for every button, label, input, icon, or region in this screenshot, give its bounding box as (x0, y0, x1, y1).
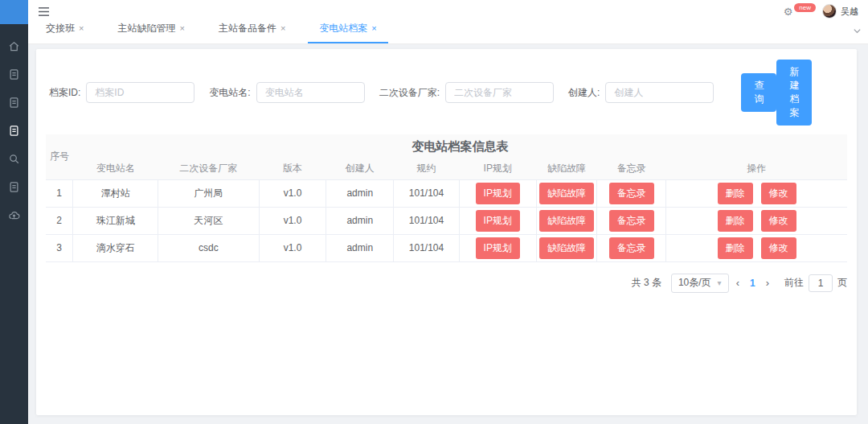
vendor-label: 二次设备厂家: (379, 86, 440, 100)
close-icon[interactable]: × (371, 23, 376, 33)
memo-button[interactable]: 备忘录 (609, 237, 654, 259)
hamburger-menu-icon[interactable] (38, 6, 50, 17)
memo-button-cell: 备忘录 (597, 234, 666, 261)
tab-3[interactable]: 变电站档案× (308, 22, 387, 43)
document-icon (8, 68, 20, 84)
new-badge[interactable]: new (794, 3, 816, 12)
archive-id-input[interactable] (86, 82, 194, 103)
goto-prefix: 前往 (784, 276, 804, 290)
column-header-actions: 操作 (666, 158, 847, 179)
station-name-input[interactable] (256, 82, 365, 103)
document-icon (8, 97, 20, 112)
app-logo (0, 0, 28, 24)
table-title: 变电站档案信息表 (411, 139, 508, 153)
chevron-down-icon: ▾ (718, 278, 722, 287)
sidebar (0, 0, 28, 424)
page-size-select[interactable]: 10条/页 ▾ (671, 274, 729, 293)
pagination: 共 3 条 10条/页 ▾ ‹ 1 › 前往 页 (46, 274, 847, 293)
delete-button[interactable]: 删除 (718, 237, 753, 259)
close-icon[interactable]: × (179, 23, 184, 33)
ip-plan-button[interactable]: IP规划 (476, 183, 520, 204)
sidebar-item-6[interactable] (0, 203, 28, 231)
content-area: 档案ID: 变电站名: 二次设备厂家: 创建人: (28, 44, 868, 423)
filter-field-archive-id: 档案ID: (49, 82, 194, 103)
create-archive-button[interactable]: 新建档案 (776, 60, 812, 126)
protocol-cell: 101/104 (394, 207, 460, 234)
filter-field-station-name: 变电站名: (209, 82, 364, 103)
topbar-user-area: ⚙ new 吴越 (784, 4, 858, 19)
seq-cell: 3 (46, 234, 73, 261)
sidebar-item-5[interactable] (0, 175, 28, 203)
sidebar-item-1[interactable] (0, 62, 28, 90)
ip-plan-button[interactable]: IP规划 (476, 237, 520, 259)
column-header-protocol: 规约 (394, 158, 460, 179)
station-name-label: 变电站名: (209, 86, 250, 100)
sidebar-item-4[interactable] (0, 146, 28, 175)
protocol-cell: 101/104 (394, 234, 460, 261)
app-window: ⚙ new 吴越 交接班×主站缺陷管理×主站备品备件×变电站档案× 档案ID: (0, 0, 868, 424)
delete-button[interactable]: 删除 (718, 210, 753, 232)
filter-bar: 档案ID: 变电站名: 二次设备厂家: 创建人: (46, 49, 847, 134)
vendor-cell: 广州局 (158, 179, 260, 207)
seq-cell: 2 (46, 207, 73, 234)
avatar[interactable] (822, 4, 837, 19)
next-page-button[interactable]: › (759, 277, 776, 289)
document-icon (8, 181, 20, 196)
edit-button[interactable]: 修改 (761, 210, 796, 232)
creator-cell: admin (326, 234, 394, 261)
table-row: 1潭村站广州局v1.0admin101/104IP规划缺陷故障备忘录删除修改 (46, 179, 847, 207)
tab-label: 交接班 (46, 23, 75, 34)
table-row: 2珠江新城天河区v1.0admin101/104IP规划缺陷故障备忘录删除修改 (46, 207, 847, 234)
column-header-ip-plan: IP规划 (459, 158, 536, 179)
ip-plan-button[interactable]: IP规划 (476, 210, 520, 232)
sidebar-menu (0, 24, 28, 231)
page-size-value: 10条/页 (678, 276, 711, 290)
defect-button-cell: 缺陷故障 (536, 179, 597, 207)
goto-page: 前往 页 (784, 274, 847, 292)
column-header-memo: 备忘录 (597, 158, 666, 179)
topbar: ⚙ new 吴越 (28, 0, 868, 23)
tab-1[interactable]: 主站缺陷管理× (106, 22, 195, 43)
defect-button[interactable]: 缺陷故障 (539, 237, 594, 259)
pagination-total: 共 3 条 (632, 276, 661, 290)
vendor-input[interactable] (445, 82, 554, 103)
current-page[interactable]: 1 (747, 278, 759, 289)
station-cell: 潭村站 (73, 179, 158, 207)
document-icon (8, 125, 20, 140)
tab-label: 变电站档案 (319, 23, 367, 34)
chevron-down-icon[interactable] (853, 24, 862, 39)
column-header-defect: 缺陷故障 (536, 158, 597, 179)
sidebar-item-0[interactable] (0, 34, 28, 62)
gear-icon[interactable]: ⚙ (784, 6, 793, 17)
defect-button[interactable]: 缺陷故障 (539, 210, 594, 232)
edit-button[interactable]: 修改 (761, 237, 796, 259)
goto-page-input[interactable] (809, 274, 833, 292)
defect-button[interactable]: 缺陷故障 (539, 183, 594, 204)
actions-cell: 删除修改 (666, 179, 847, 207)
search-icon (8, 153, 20, 168)
memo-button[interactable]: 备忘录 (609, 183, 654, 204)
goto-suffix: 页 (837, 276, 847, 290)
edit-button[interactable]: 修改 (761, 183, 796, 204)
delete-button[interactable]: 删除 (718, 183, 753, 204)
column-header-vendor: 二次设备厂家 (158, 158, 260, 179)
creator-input[interactable] (605, 82, 714, 103)
table-row: 3滴水穿石csdcv1.0admin101/104IP规划缺陷故障备忘录删除修改 (46, 234, 847, 261)
creator-cell: admin (326, 207, 394, 234)
actions-cell: 删除修改 (666, 234, 847, 261)
creator-label: 创建人: (568, 86, 600, 100)
tab-2[interactable]: 主站备品备件× (207, 22, 297, 43)
archive-id-label: 档案ID: (49, 86, 80, 100)
ip-plan-button-cell: IP规划 (459, 179, 536, 207)
username[interactable]: 吴越 (841, 6, 858, 18)
memo-button-cell: 备忘录 (597, 179, 666, 207)
tab-0[interactable]: 交接班× (35, 22, 95, 43)
close-icon[interactable]: × (280, 23, 285, 33)
sidebar-item-2[interactable] (0, 90, 28, 118)
prev-page-button[interactable]: ‹ (729, 277, 747, 289)
memo-button[interactable]: 备忘录 (609, 210, 654, 232)
sidebar-item-3[interactable] (0, 118, 28, 146)
vendor-cell: 天河区 (158, 207, 260, 234)
search-button[interactable]: 查询 (741, 73, 776, 112)
close-icon[interactable]: × (79, 23, 84, 33)
